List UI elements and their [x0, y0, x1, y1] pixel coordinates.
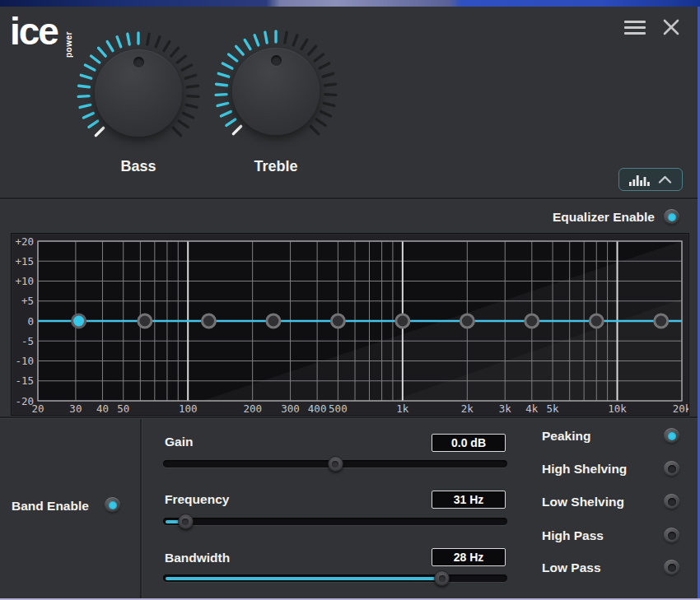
equalizer-bars-icon	[629, 174, 651, 186]
bass-knob-label: Bass	[79, 158, 198, 175]
band-enable-label: Band Enable	[12, 499, 89, 514]
filter-type-label-low-shelving: Low Shelving	[542, 495, 624, 509]
svg-text:200: 200	[243, 402, 262, 415]
filter-type-label-low-pass: Low Pass	[542, 560, 601, 575]
svg-text:3k: 3k	[499, 402, 512, 415]
chevron-up-icon	[658, 175, 672, 184]
svg-text:0: 0	[27, 315, 34, 328]
svg-text:10k: 10k	[608, 402, 627, 415]
filter-type-radio-low-shelving[interactable]	[664, 494, 679, 509]
svg-text:5k: 5k	[547, 402, 560, 415]
svg-text:+5: +5	[21, 295, 34, 307]
treble-knob[interactable]	[210, 26, 342, 157]
band-panel-divider	[140, 419, 142, 598]
eq-band-handle-2000[interactable]	[460, 314, 474, 328]
svg-text:20k: 20k	[673, 402, 688, 415]
frequency-slider-track[interactable]	[163, 518, 507, 525]
svg-text:-15: -15	[15, 374, 34, 387]
eq-graph-panel: +20+15+10+50-5-10-15-2020304050100200300…	[11, 233, 689, 416]
svg-text:4k: 4k	[525, 402, 539, 415]
filter-type-radio-low-pass[interactable]	[664, 560, 679, 575]
filter-type-radio-high-shelving[interactable]	[664, 461, 679, 477]
eq-band-handle-4000[interactable]	[525, 314, 539, 328]
frequency-label: Frequency	[165, 492, 229, 507]
spectrum-panel-toggle-button[interactable]	[618, 168, 683, 191]
svg-text:20: 20	[31, 402, 44, 415]
filter-type-radio-high-pass[interactable]	[664, 528, 679, 543]
bandwidth-slider-track[interactable]	[163, 574, 507, 582]
equalizer-enable-label: Equalizer Enable	[527, 210, 655, 225]
treble-knob-label: Treble	[217, 158, 335, 175]
menu-icon[interactable]	[624, 21, 646, 34]
window-top-edge	[0, 0, 700, 7]
eq-band-handle-63[interactable]	[138, 314, 152, 328]
filter-type-radio-peaking[interactable]	[664, 428, 679, 444]
eq-band-handle-250[interactable]	[267, 314, 280, 328]
bandwidth-label: Bandwidth	[165, 551, 230, 565]
eq-band-handle-1000[interactable]	[396, 314, 409, 328]
svg-text:500: 500	[329, 402, 348, 415]
eq-frequency-response-graph[interactable]: +20+15+10+50-5-10-15-2020304050100200300…	[12, 234, 688, 415]
section-divider-bottom	[0, 416, 698, 418]
svg-text:+15: +15	[15, 255, 34, 267]
gain-slider-track[interactable]	[163, 460, 507, 467]
svg-text:2k: 2k	[461, 402, 474, 415]
eq-band-handle-16000[interactable]	[655, 314, 668, 328]
eq-band-handle-31[interactable]	[72, 314, 86, 328]
gain-label: Gain	[165, 435, 193, 449]
band-enable-toggle[interactable]	[105, 497, 120, 513]
svg-text:+10: +10	[15, 275, 34, 287]
brand-name: ice	[10, 10, 58, 53]
eq-band-handle-500[interactable]	[331, 314, 344, 328]
filter-type-label-high-pass: High Pass	[542, 528, 604, 543]
equalizer-enable-toggle[interactable]	[664, 209, 679, 225]
svg-text:50: 50	[117, 402, 129, 415]
bass-knob-indicator	[133, 57, 144, 67]
svg-text:300: 300	[281, 402, 300, 415]
bandwidth-slider-thumb[interactable]	[434, 570, 450, 586]
bandwidth-slider-fill	[166, 577, 440, 580]
frequency-slider-thumb[interactable]	[178, 514, 194, 529]
svg-text:+20: +20	[15, 235, 34, 248]
filter-type-label-peaking: Peaking	[542, 429, 590, 444]
gain-value-field[interactable]: 0.0 dB	[432, 434, 506, 452]
close-icon[interactable]	[661, 17, 681, 37]
treble-knob-indicator	[271, 55, 282, 66]
eq-band-handle-125[interactable]	[202, 314, 215, 328]
bass-knob[interactable]	[72, 27, 204, 159]
svg-text:100: 100	[179, 402, 198, 415]
gain-slider-thumb[interactable]	[328, 456, 343, 472]
svg-text:1k: 1k	[396, 402, 409, 415]
section-divider-top	[0, 198, 698, 199]
filter-type-label-high-shelving: High Shelving	[542, 462, 627, 477]
frequency-value-field[interactable]: 31 Hz	[432, 491, 506, 509]
bandwidth-value-field[interactable]: 28 Hz	[432, 548, 506, 566]
svg-text:-10: -10	[15, 355, 34, 367]
icepower-equalizer-window: ice power Bass Treble	[0, 0, 700, 600]
svg-text:400: 400	[308, 402, 327, 415]
eq-band-handle-8000[interactable]	[590, 314, 603, 328]
svg-text:-5: -5	[21, 335, 34, 347]
svg-text:40: 40	[96, 402, 109, 415]
svg-text:30: 30	[69, 402, 82, 415]
